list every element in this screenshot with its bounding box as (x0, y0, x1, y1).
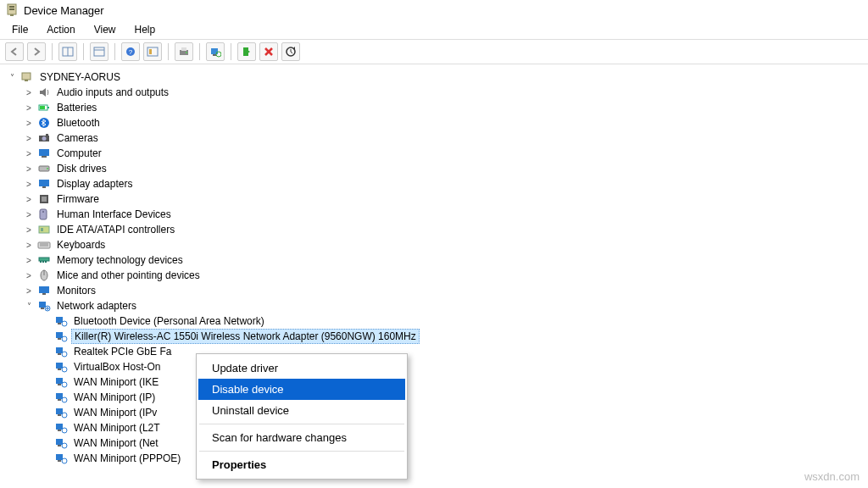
tree-category-label[interactable]: Mice and other pointing devices (54, 269, 203, 282)
tree-device[interactable]: VirtualBox Host-On (41, 359, 865, 374)
device-tree[interactable]: ˅ SYDNEY-AORUS >Audio inputs and outputs… (0, 64, 868, 488)
action-button[interactable] (143, 42, 162, 61)
enable-button[interactable] (237, 42, 256, 61)
menu-help[interactable]: Help (126, 22, 164, 37)
tree-category[interactable]: >Firmware (24, 191, 865, 207)
show-hidden-button[interactable] (58, 42, 77, 61)
tree-device-label[interactable]: Realtek PCIe GbE Fa (71, 345, 174, 358)
context-menu-item[interactable]: Properties (198, 454, 405, 475)
chevron-right-icon[interactable]: > (24, 225, 34, 235)
menu-view[interactable]: View (86, 22, 125, 37)
toolbar-separator (231, 43, 231, 60)
uninstall-button[interactable] (259, 42, 278, 61)
tree-category-label[interactable]: Keyboards (54, 238, 108, 252)
chevron-right-icon[interactable]: > (24, 271, 34, 280)
tree-category-label[interactable]: IDE ATA/ATAPI controllers (54, 223, 177, 236)
tree-category-label[interactable]: Network adapters (54, 299, 139, 313)
tree-device[interactable]: WAN Miniport (IP) (41, 390, 865, 405)
tree-category-label[interactable]: Firmware (54, 192, 102, 206)
svg-rect-42 (41, 228, 43, 231)
tree-category[interactable]: >IDE ATA/ATAPI controllers (24, 222, 865, 237)
chevron-right-icon[interactable]: > (24, 256, 34, 265)
tree-device-label[interactable]: Bluetooth Device (Personal Area Network) (71, 314, 267, 328)
svg-rect-69 (56, 378, 63, 384)
monitor-icon (37, 284, 51, 297)
chevron-down-icon[interactable]: ˅ (7, 73, 17, 82)
tree-device[interactable]: Bluetooth Device (Personal Area Network) (41, 313, 865, 329)
chevron-right-icon[interactable]: > (24, 241, 34, 250)
tree-category[interactable]: ˅Network adapters (24, 298, 865, 313)
scan-hardware-button[interactable] (206, 42, 225, 61)
update-driver-button[interactable] (281, 42, 300, 61)
context-menu-item[interactable]: Scan for hardware changes (198, 427, 405, 448)
chevron-right-icon[interactable]: > (24, 210, 34, 219)
tree-device-label[interactable]: WAN Miniport (IPv (71, 406, 159, 419)
tree-device-label[interactable]: WAN Miniport (PPPOE) (71, 452, 183, 465)
tree-category[interactable]: >Cameras (24, 130, 865, 146)
chevron-right-icon[interactable]: > (24, 119, 34, 128)
tree-device[interactable]: WAN Miniport (L2T (41, 420, 865, 435)
tree-category[interactable]: >Audio inputs and outputs (24, 85, 865, 100)
context-menu-item[interactable]: Disable device (198, 379, 405, 400)
svg-rect-76 (58, 414, 61, 416)
context-menu-item[interactable]: Uninstall device (198, 400, 405, 421)
chevron-right-icon[interactable]: > (24, 149, 34, 158)
tree-device[interactable]: Killer(R) Wireless-AC 1550i Wireless Net… (41, 329, 865, 344)
tree-device-label[interactable]: WAN Miniport (IP) (71, 391, 158, 404)
properties-button[interactable] (90, 42, 108, 61)
back-button[interactable] (5, 42, 24, 61)
tree-category[interactable]: >Batteries (24, 100, 865, 115)
tree-category-label[interactable]: Display adapters (54, 177, 135, 191)
context-menu-item[interactable]: Update driver (198, 358, 405, 379)
help-button[interactable]: ? (121, 42, 140, 61)
chevron-right-icon[interactable]: > (24, 180, 34, 189)
tree-category[interactable]: >Mice and other pointing devices (24, 268, 865, 283)
tree-category[interactable]: >Computer (24, 146, 865, 161)
tree-root-label[interactable]: SYDNEY-AORUS (37, 70, 123, 84)
tree-category-label[interactable]: Memory technology devices (54, 253, 186, 267)
tree-category[interactable]: >Disk drives (24, 161, 865, 176)
print-button[interactable] (175, 42, 193, 61)
network-device-icon (54, 452, 68, 465)
svg-rect-49 (45, 261, 47, 263)
chevron-right-icon[interactable]: > (24, 195, 34, 204)
tree-device-label[interactable]: WAN Miniport (Net (71, 436, 161, 450)
tree-category[interactable]: >Keyboards (24, 237, 865, 252)
chevron-right-icon[interactable]: > (24, 88, 34, 97)
forward-button[interactable] (27, 42, 46, 61)
chevron-down-icon[interactable]: ˅ (24, 302, 34, 311)
tree-category[interactable]: >Memory technology devices (24, 252, 865, 268)
tree-category-label[interactable]: Computer (54, 147, 104, 160)
network-device-icon (54, 391, 68, 404)
chevron-right-icon[interactable]: > (24, 164, 34, 174)
chevron-right-icon[interactable]: > (24, 103, 34, 113)
menu-file[interactable]: File (3, 22, 36, 37)
ide-controller-icon (37, 223, 51, 236)
tree-device[interactable]: WAN Miniport (IKE (41, 374, 865, 390)
tree-category-label[interactable]: Bluetooth (54, 116, 103, 130)
svg-point-74 (62, 397, 67, 402)
tree-device-label[interactable]: WAN Miniport (L2T (71, 421, 163, 435)
tree-device[interactable]: WAN Miniport (PPPOE) (41, 451, 865, 466)
tree-device[interactable]: Realtek PCIe GbE Fa (41, 344, 865, 359)
menu-action[interactable]: Action (38, 22, 83, 37)
tree-category-label[interactable]: Human Interface Devices (54, 208, 174, 221)
tree-category-label[interactable]: Monitors (54, 284, 98, 297)
tree-device-label[interactable]: VirtualBox Host-On (71, 360, 164, 374)
tree-device-label[interactable]: WAN Miniport (IKE (71, 375, 161, 389)
tree-device[interactable]: WAN Miniport (IPv (41, 405, 865, 420)
tree-category-label[interactable]: Cameras (54, 131, 101, 145)
tree-category-label[interactable]: Batteries (54, 101, 99, 114)
tree-device-label[interactable]: Killer(R) Wireless-AC 1550i Wireless Net… (71, 329, 420, 344)
context-menu-separator (199, 451, 404, 452)
chevron-right-icon[interactable]: > (24, 286, 34, 296)
tree-category[interactable]: >Display adapters (24, 176, 865, 191)
tree-category[interactable]: >Monitors (24, 283, 865, 298)
tree-category-label[interactable]: Audio inputs and outputs (54, 86, 171, 99)
tree-category[interactable]: >Bluetooth (24, 115, 865, 130)
tree-category-label[interactable]: Disk drives (54, 162, 109, 175)
tree-category[interactable]: >Human Interface Devices (24, 207, 865, 222)
tree-device[interactable]: WAN Miniport (Net (41, 435, 865, 451)
tree-root[interactable]: ˅ SYDNEY-AORUS (7, 69, 865, 85)
chevron-right-icon[interactable]: > (24, 134, 34, 143)
